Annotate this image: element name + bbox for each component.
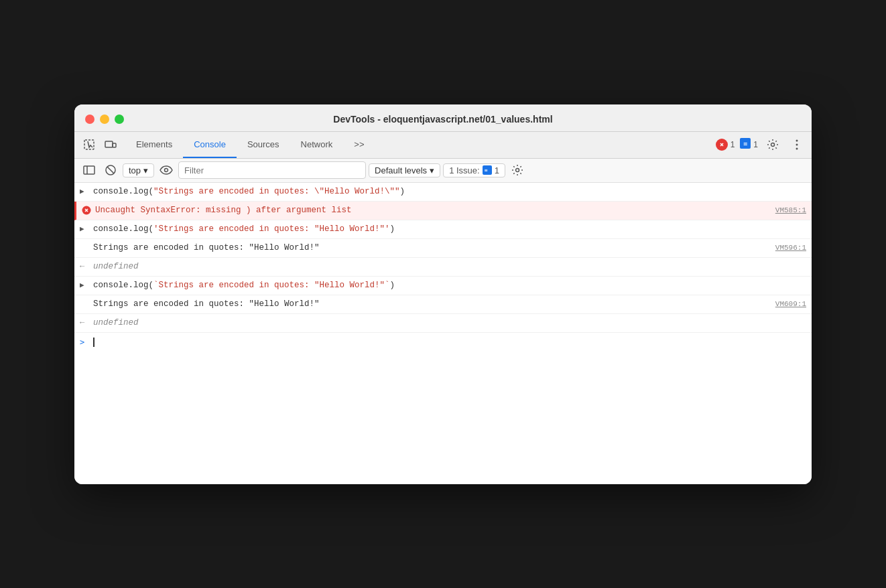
settings-icon[interactable] xyxy=(763,135,782,154)
level-selector[interactable]: Default levels ▾ xyxy=(369,163,440,177)
tabs-bar-right: 1 ≡ 1 xyxy=(716,135,806,154)
tab-more[interactable]: >> xyxy=(343,132,375,158)
console-text: console.log('Strings are encoded in quot… xyxy=(93,223,806,236)
expand-icon[interactable]: ▶ xyxy=(80,186,93,196)
svg-point-14 xyxy=(165,169,168,172)
eye-icon[interactable] xyxy=(157,161,176,179)
tab-network[interactable]: Network xyxy=(290,132,344,158)
info-badge-group: ≡ 1 xyxy=(740,138,758,151)
close-button[interactable] xyxy=(85,115,94,124)
output-text: Strings are encoded in quotes: "Hello Wo… xyxy=(93,298,775,311)
svg-rect-1 xyxy=(105,141,113,147)
return-row: ← undefined xyxy=(74,258,812,277)
error-badge-group: 1 xyxy=(716,139,735,151)
context-selector[interactable]: top ▾ xyxy=(123,163,154,177)
return-icon: ← xyxy=(80,261,93,271)
level-chevron-icon: ▾ xyxy=(430,165,434,175)
titlebar: DevTools - eloquentjavascript.net/01_val… xyxy=(74,104,812,132)
issue-prefix: 1 Issue: xyxy=(449,165,480,175)
svg-point-7 xyxy=(796,140,798,142)
undefined-text: undefined xyxy=(93,317,806,329)
error-badge xyxy=(716,139,728,151)
context-label: top xyxy=(129,165,141,175)
undefined-text: undefined xyxy=(93,261,806,273)
info-icon: ≡ xyxy=(740,138,751,151)
error-icon xyxy=(82,204,95,217)
return-icon: ← xyxy=(80,317,93,327)
console-text: console.log("Strings are encoded in quot… xyxy=(93,186,806,198)
filter-input[interactable] xyxy=(178,161,366,179)
responsive-icon[interactable] xyxy=(101,135,120,154)
svg-point-17 xyxy=(515,169,519,172)
output-text: Strings are encoded in quotes: "Hello Wo… xyxy=(93,242,775,254)
output-spacer xyxy=(80,242,93,243)
output-row: Strings are encoded in quotes: "Hello Wo… xyxy=(74,295,812,314)
svg-point-8 xyxy=(796,144,798,146)
error-console-row: Uncaught SyntaxError: missing ) after ar… xyxy=(74,202,812,220)
toolbar: top ▾ Default levels ▾ 1 Issue: ≡ 1 xyxy=(74,159,812,183)
expand-icon[interactable]: ▶ xyxy=(80,223,93,233)
tabs-bar: Elements Console Sources Network >> 1 xyxy=(74,132,812,159)
output-link[interactable]: VM609:1 xyxy=(775,298,806,308)
error-text: Uncaught SyntaxError: missing ) after ar… xyxy=(95,204,775,217)
prompt-row[interactable]: > xyxy=(74,333,812,352)
tabs-bar-left-icons xyxy=(80,135,120,154)
svg-rect-2 xyxy=(113,143,116,147)
tab-console[interactable]: Console xyxy=(183,132,237,158)
devtools-window: DevTools - eloquentjavascript.net/01_val… xyxy=(74,104,812,484)
output-row: Strings are encoded in quotes: "Hello Wo… xyxy=(74,239,812,258)
level-label: Default levels xyxy=(375,165,427,175)
console-row: ▶ console.log("Strings are encoded in qu… xyxy=(74,183,812,202)
svg-text:≡: ≡ xyxy=(743,140,747,147)
console-settings-icon[interactable] xyxy=(508,161,527,179)
info-count: 1 xyxy=(753,140,758,149)
svg-line-13 xyxy=(107,167,114,173)
svg-point-9 xyxy=(796,148,798,150)
cursor xyxy=(93,338,94,347)
output-spacer xyxy=(80,298,93,299)
output-link[interactable]: VM596:1 xyxy=(775,242,806,252)
console-content: ▶ console.log("Strings are encoded in qu… xyxy=(74,183,812,484)
more-menu-icon[interactable] xyxy=(787,135,806,154)
svg-text:≡: ≡ xyxy=(485,167,488,173)
traffic-lights xyxy=(85,115,124,124)
maximize-button[interactable] xyxy=(115,115,124,124)
expand-icon[interactable]: ▶ xyxy=(80,279,93,289)
error-link[interactable]: VM585:1 xyxy=(775,204,806,214)
return-row: ← undefined xyxy=(74,314,812,333)
console-row: ▶ console.log(`Strings are encoded in qu… xyxy=(74,277,812,295)
tabs-list: Elements Console Sources Network >> xyxy=(125,132,716,158)
minimize-button[interactable] xyxy=(100,115,109,124)
console-row: ▶ console.log('Strings are encoded in qu… xyxy=(74,220,812,239)
error-count: 1 xyxy=(731,140,735,149)
cursor-select-icon[interactable] xyxy=(80,135,99,154)
svg-point-6 xyxy=(771,143,775,147)
tab-sources[interactable]: Sources xyxy=(237,132,290,158)
no-symbol-icon[interactable] xyxy=(101,161,120,179)
svg-rect-10 xyxy=(84,166,94,174)
issue-count: 1 xyxy=(495,165,499,175)
prompt-icon: > xyxy=(80,338,93,347)
tab-elements[interactable]: Elements xyxy=(125,132,183,158)
chevron-down-icon: ▾ xyxy=(143,165,148,175)
issue-count-badge: 1 Issue: ≡ 1 xyxy=(443,163,505,177)
sidebar-toggle-icon[interactable] xyxy=(80,161,99,179)
console-text: console.log(`Strings are encoded in quot… xyxy=(93,279,806,292)
window-title: DevTools - eloquentjavascript.net/01_val… xyxy=(333,114,552,125)
